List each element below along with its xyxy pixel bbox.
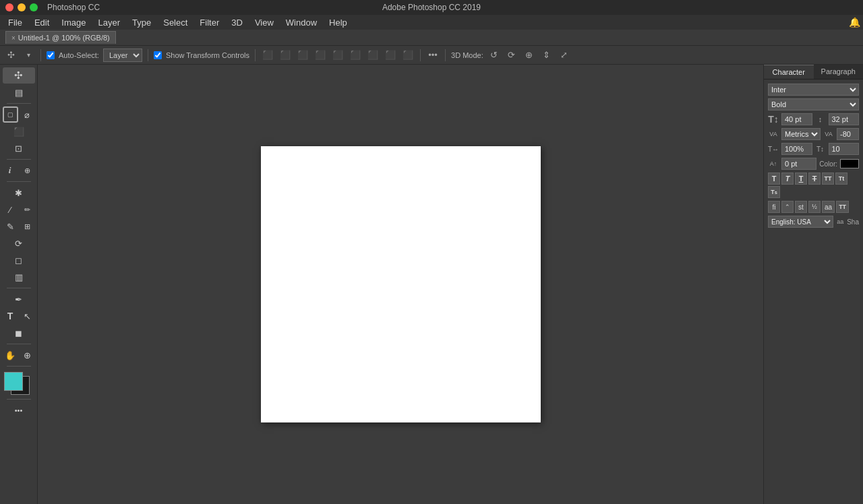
kerning-select[interactable]: Metrics (781, 128, 821, 140)
text-style-row-1: T T T T TT Tt Ts (768, 172, 859, 198)
tool-options-icon[interactable]: ▾ (22, 49, 35, 62)
ot-st-btn[interactable]: st (795, 201, 807, 213)
rect-select-tool[interactable]: ▢ (3, 106, 18, 123)
align-right-icon[interactable]: ⬛ (349, 49, 362, 62)
vscale-input[interactable] (829, 143, 860, 155)
separator-4 (420, 49, 421, 61)
transform-controls-label: Show Transform Controls (166, 51, 249, 59)
color-swatch-area[interactable] (4, 372, 34, 396)
lasso-tool[interactable]: ⌀ (20, 106, 35, 123)
3d-scale-icon[interactable]: ⤢ (558, 49, 571, 62)
window-controls[interactable] (5, 3, 38, 11)
tab-close-icon[interactable]: × (11, 34, 16, 42)
menu-select[interactable]: Select (158, 16, 193, 29)
language-row: English: USA aa Sha (768, 216, 859, 228)
artboard-tool[interactable]: ▤ (3, 84, 35, 100)
brush-tool[interactable]: ∕ (3, 201, 18, 218)
tracking-input[interactable] (837, 128, 859, 140)
font-style-select[interactable]: Bold (768, 98, 859, 111)
sharpness-label: Sha (847, 218, 859, 226)
ot-tt-btn[interactable]: TT (836, 201, 849, 213)
tool-sep-1 (7, 103, 31, 104)
paint-tools: ∕ ✏ (3, 201, 35, 218)
ts-bold-btn[interactable]: T (768, 172, 780, 185)
pencil-tool[interactable]: ✏ (20, 201, 35, 218)
path-select-tool[interactable]: ↖ (20, 308, 35, 324)
auto-select-checkbox[interactable] (47, 51, 55, 59)
measure-tool[interactable]: ⊕ (20, 162, 35, 179)
hscale-input[interactable] (781, 143, 812, 155)
quick-select-tool[interactable]: ⬛ (3, 123, 35, 139)
leading-input[interactable] (829, 113, 860, 125)
align-top-icon[interactable]: ⬛ (261, 49, 274, 62)
eraser-tool[interactable]: ◻ (3, 252, 35, 268)
transform-controls-checkbox[interactable] (154, 51, 162, 59)
tab-character[interactable]: Character (764, 65, 814, 79)
menu-3d[interactable]: 3D (226, 16, 248, 29)
auto-select-dropdown[interactable]: Layer (103, 49, 142, 62)
zoom-tool[interactable]: ⊕ (20, 347, 35, 363)
history-brush-tool[interactable]: ⟳ (3, 235, 35, 251)
maximize-button[interactable] (30, 3, 38, 11)
ts-super-btn[interactable]: Ts (768, 186, 780, 198)
close-button[interactable] (5, 3, 13, 11)
3d-slide-icon[interactable]: ⇕ (540, 49, 554, 62)
scale-row: T↔ T↕ (768, 143, 859, 155)
clone-stamp-tool[interactable]: ✎ (3, 218, 18, 234)
3d-pan-icon[interactable]: ⊕ (523, 49, 536, 62)
ts-italic-btn[interactable]: T (781, 172, 794, 185)
distribute2-icon[interactable]: ⬛ (384, 49, 397, 62)
gradient-tool[interactable]: ▥ (3, 269, 35, 285)
move-tool[interactable]: ✣ (3, 67, 35, 84)
tab-paragraph[interactable]: Paragraph (814, 65, 864, 79)
hand-tool[interactable]: ✋ (3, 347, 18, 363)
menu-image[interactable]: Image (56, 16, 91, 29)
distribute-icon[interactable]: ⬛ (366, 49, 380, 62)
font-size-input[interactable] (781, 113, 812, 125)
font-family-select[interactable]: Inter (768, 84, 859, 96)
crop-tool[interactable]: ⊡ (3, 140, 35, 156)
extra-tools-btn[interactable]: ••• (3, 402, 35, 418)
text-color-swatch[interactable] (840, 159, 859, 168)
3d-roll-icon[interactable]: ⟳ (505, 49, 518, 62)
menu-window[interactable]: Window (280, 16, 322, 29)
align-left-icon[interactable]: ⬛ (314, 49, 327, 62)
distribute3-icon[interactable]: ⬛ (401, 49, 415, 62)
align-vcenter-icon[interactable]: ⬛ (278, 49, 292, 62)
menu-type[interactable]: Type (127, 16, 156, 29)
foreground-color-swatch[interactable] (4, 372, 23, 391)
ot-ctrl-btn[interactable]: ⌃ (781, 201, 794, 213)
ot-aa-btn[interactable]: aa (822, 201, 835, 213)
menu-filter[interactable]: Filter (194, 16, 225, 29)
notification-icon[interactable]: 🔔 (849, 17, 860, 28)
separator-2 (148, 49, 148, 61)
document-tab[interactable]: × Untitled-1 @ 100% (RGB/8) (5, 31, 116, 44)
menu-layer[interactable]: Layer (93, 16, 126, 29)
ts-strikethrough-btn[interactable]: T (808, 172, 821, 185)
menu-view[interactable]: View (249, 16, 279, 29)
eyedropper-tool[interactable]: 𝒊 (3, 162, 18, 179)
text-tool[interactable]: T (3, 308, 18, 324)
ts-allcaps-btn[interactable]: TT (822, 172, 834, 185)
menu-edit[interactable]: Edit (29, 16, 55, 29)
ts-smallcaps-btn[interactable]: Tt (835, 172, 847, 185)
ot-fi-btn[interactable]: fi (768, 201, 780, 213)
menu-help[interactable]: Help (324, 16, 353, 29)
baseline-input[interactable] (781, 158, 816, 170)
auto-select-label: Auto-Select: (59, 51, 99, 59)
more-options-icon[interactable]: ••• (426, 49, 440, 62)
ot-fraction-btn[interactable]: ½ (808, 201, 821, 213)
pattern-stamp-tool[interactable]: ⊞ (20, 218, 35, 234)
align-hcenter-icon[interactable]: ⬛ (331, 49, 345, 62)
3d-rotate-icon[interactable]: ↺ (487, 49, 501, 62)
move-tool-icon[interactable]: ✣ (4, 49, 18, 62)
healing-brush-tool[interactable]: ✱ (3, 185, 35, 201)
language-select[interactable]: English: USA (768, 216, 833, 228)
align-bottom-icon[interactable]: ⬛ (296, 49, 309, 62)
shape-tool[interactable]: ◼ (3, 325, 35, 341)
menu-file[interactable]: File (3, 16, 28, 29)
mode3d-label: 3D Mode: (451, 51, 483, 59)
minimize-button[interactable] (18, 3, 26, 11)
pen-tool[interactable]: ✒ (3, 291, 35, 307)
ts-underline-btn[interactable]: T (795, 172, 807, 185)
